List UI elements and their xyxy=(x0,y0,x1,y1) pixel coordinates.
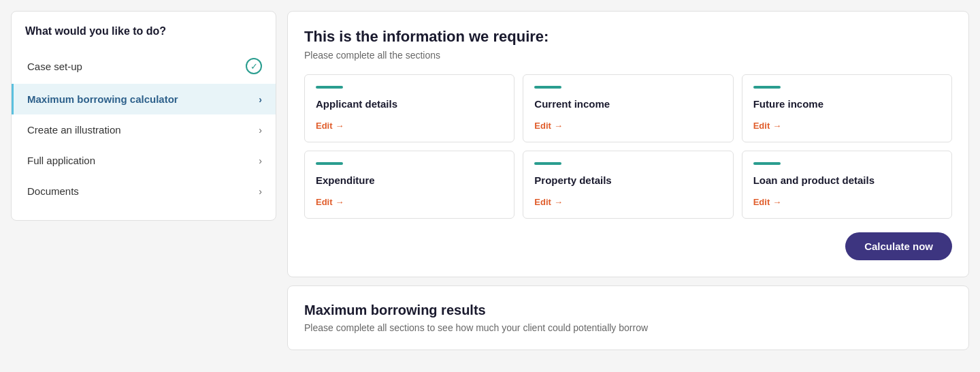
section-bar xyxy=(753,162,781,165)
sidebar-item-max-borrowing[interactable]: Maximum borrowing calculator › xyxy=(12,84,276,114)
edit-future-income-link[interactable]: Edit → xyxy=(753,121,782,131)
main-content: This is the information we require: Plea… xyxy=(287,11,969,350)
results-subtitle: Please complete all sections to see how … xyxy=(304,322,952,333)
sidebar-item-case-setup[interactable]: Case set-up ✓ xyxy=(12,48,276,84)
edit-expenditure-link[interactable]: Edit → xyxy=(316,197,344,207)
sidebar-item-label: Documents xyxy=(27,185,79,197)
section-title: Expenditure xyxy=(316,174,503,193)
edit-applicant-details-link[interactable]: Edit → xyxy=(316,121,344,131)
section-bar xyxy=(534,162,561,165)
chevron-right-icon: › xyxy=(259,186,262,197)
sections-grid: Applicant details Edit → Current income … xyxy=(304,74,952,219)
results-title: Maximum borrowing results xyxy=(304,303,952,318)
calculate-row: Calculate now xyxy=(304,232,952,260)
sidebar-item-create-illustration[interactable]: Create an illustration › xyxy=(12,114,276,145)
section-card-property-details: Property details Edit → xyxy=(523,151,733,219)
section-card-expenditure: Expenditure Edit → xyxy=(304,151,514,219)
check-icon: ✓ xyxy=(246,58,262,74)
calculate-now-button[interactable]: Calculate now xyxy=(845,232,952,260)
section-title: Applicant details xyxy=(316,98,503,117)
section-bar xyxy=(534,86,561,89)
sidebar: What would you like to do? Case set-up ✓… xyxy=(11,11,276,221)
sidebar-header: What would you like to do? xyxy=(12,25,276,48)
info-card-title: This is the information we require: xyxy=(304,28,952,46)
sidebar-item-label: Maximum borrowing calculator xyxy=(27,93,178,105)
section-bar xyxy=(316,86,343,89)
sidebar-item-documents[interactable]: Documents › xyxy=(12,176,276,206)
chevron-right-icon: › xyxy=(259,94,262,105)
chevron-right-icon: › xyxy=(259,125,262,136)
results-card: Maximum borrowing results Please complet… xyxy=(287,285,969,350)
sidebar-item-full-application[interactable]: Full application › xyxy=(12,145,276,176)
edit-property-details-link[interactable]: Edit → xyxy=(534,197,563,207)
section-title: Property details xyxy=(534,174,721,193)
info-card-subtitle: Please complete all the sections xyxy=(304,50,952,61)
section-title: Future income xyxy=(753,98,941,117)
sidebar-item-label: Case set-up xyxy=(27,61,82,72)
section-card-future-income: Future income Edit → xyxy=(742,74,952,142)
section-card-applicant-details: Applicant details Edit → xyxy=(304,74,514,142)
section-card-loan-product-details: Loan and product details Edit → xyxy=(742,151,952,219)
edit-current-income-link[interactable]: Edit → xyxy=(534,121,563,131)
section-title: Loan and product details xyxy=(753,174,941,193)
edit-loan-product-details-link[interactable]: Edit → xyxy=(753,197,782,207)
sidebar-item-label: Full application xyxy=(27,155,95,166)
section-title: Current income xyxy=(534,98,721,117)
section-bar xyxy=(316,162,343,165)
info-card: This is the information we require: Plea… xyxy=(287,11,969,277)
section-card-current-income: Current income Edit → xyxy=(523,74,733,142)
sidebar-item-label: Create an illustration xyxy=(27,124,121,136)
chevron-right-icon: › xyxy=(259,155,262,166)
section-bar xyxy=(753,86,781,89)
